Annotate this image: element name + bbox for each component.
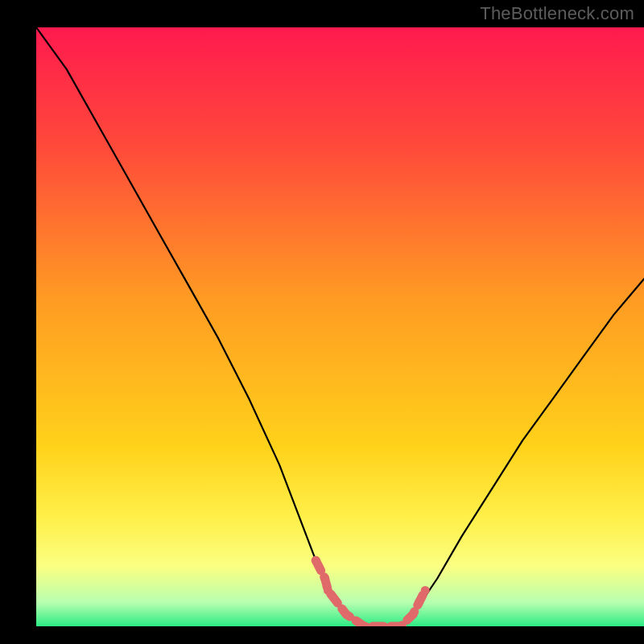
highlight-dot — [409, 610, 418, 619]
highlight-dot — [320, 574, 329, 583]
highlight-dot — [415, 598, 423, 607]
highlight-dot — [421, 586, 430, 595]
chart-container: TheBottleneck.com — [0, 0, 644, 644]
gradient-field — [36, 27, 644, 626]
highlight-dot — [324, 586, 332, 595]
bottleneck-chart — [0, 0, 644, 644]
attribution-text: TheBottleneck.com — [480, 3, 634, 24]
highlight-dot — [312, 556, 320, 565]
